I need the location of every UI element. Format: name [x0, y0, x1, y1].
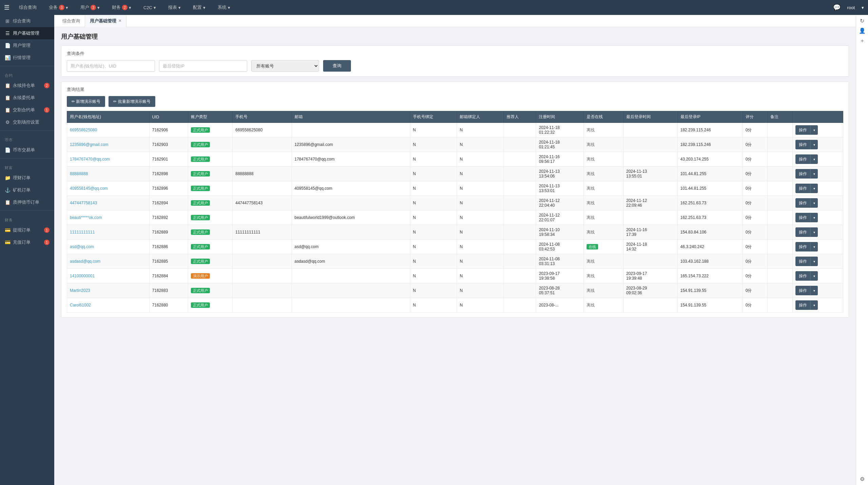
sidebar-item-交割场控设置[interactable]: ⚙ 交割场控设置: [0, 116, 54, 128]
username-link[interactable]: 14100000001: [70, 274, 95, 278]
col-header-uid: UID: [149, 111, 188, 123]
sidebar-item-label: 理财订单: [13, 175, 31, 181]
query-button[interactable]: 查询: [323, 60, 351, 72]
username-link[interactable]: beauti*****ok.com: [70, 215, 102, 220]
filter-label: 查询条件: [67, 51, 843, 57]
operate-button[interactable]: 操作: [795, 286, 810, 295]
operate-button[interactable]: 操作: [795, 140, 810, 149]
operate-dropdown-button[interactable]: ▾: [810, 286, 818, 295]
cell-referrer: [504, 254, 536, 269]
operate-dropdown-button[interactable]: ▾: [810, 227, 818, 237]
operate-button[interactable]: 操作: [795, 271, 810, 281]
nav-item-C2C[interactable]: C2C ▾: [141, 4, 159, 12]
operate-dropdown-button[interactable]: ▾: [810, 257, 818, 266]
username-link[interactable]: 11111111111: [70, 230, 95, 235]
nav-item-业务[interactable]: 业务 3 ▾: [46, 3, 71, 12]
cell-score: 0分: [743, 298, 768, 313]
batch-add-demo-account-button[interactable]: ✏ 批量新增演示账号: [108, 96, 155, 107]
account-type-select[interactable]: 所有账号 正式用户 演示用户: [251, 60, 319, 72]
sidebar-item-矿机订单[interactable]: ⚓ 矿机订单: [0, 184, 54, 196]
tab-综合查询[interactable]: 综合查询: [58, 15, 85, 27]
operate-dropdown-button[interactable]: ▾: [810, 125, 818, 135]
sidebar-item-理财订单[interactable]: 📁 理财订单: [0, 172, 54, 184]
operate-dropdown-button[interactable]: ▾: [810, 184, 818, 193]
sidebar-item-永续持仓单[interactable]: 📋 永续持仓单 2: [0, 79, 54, 92]
operate-button[interactable]: 操作: [795, 184, 810, 193]
operate-dropdown-button[interactable]: ▾: [810, 169, 818, 179]
cell-score: 0分: [743, 283, 768, 298]
nav-item-报表[interactable]: 报表 ▾: [165, 3, 183, 12]
plus-icon[interactable]: ＋: [860, 37, 865, 44]
account-type-badge: 正式用户: [191, 186, 210, 191]
close-tab-icon[interactable]: ✕: [118, 19, 121, 23]
operate-group: 操作 ▾: [795, 184, 840, 193]
cell-last-login-time: [623, 298, 677, 313]
operate-button[interactable]: 操作: [795, 198, 810, 208]
username-link[interactable]: 447447758143: [70, 201, 97, 205]
cell-email: [292, 196, 410, 210]
chevron-down-icon[interactable]: ▾: [862, 5, 864, 10]
user-avatar-icon[interactable]: 👤: [859, 27, 866, 34]
operate-group: 操作 ▾: [795, 213, 840, 222]
username-link[interactable]: 1235896@gmail.com: [70, 142, 108, 147]
operate-dropdown-button[interactable]: ▾: [810, 154, 818, 164]
sidebar-item-充值订单[interactable]: 💳 充值订单 1: [0, 236, 54, 248]
username-link[interactable]: 1784767470@qq.com: [70, 157, 110, 162]
sidebar-item-永续委托单[interactable]: 📋 永续委托单: [0, 92, 54, 104]
username-link[interactable]: 88888888: [70, 171, 88, 176]
tab-用户基础管理[interactable]: 用户基础管理 ✕: [85, 15, 126, 27]
refresh-icon[interactable]: ↻: [860, 18, 864, 24]
username-link[interactable]: 409558145@qq.com: [70, 186, 108, 191]
operate-button[interactable]: 操作: [795, 154, 810, 164]
sidebar-item-用户基础管理[interactable]: ☰ 用户基础管理: [0, 27, 54, 39]
operate-button[interactable]: 操作: [795, 227, 810, 237]
online-status-badge: 离线: [587, 215, 595, 220]
username-link[interactable]: asdasd@qq.com: [70, 259, 100, 264]
nav-item-综合查询[interactable]: 综合查询: [16, 3, 39, 12]
cell-actions: 操作 ▾: [792, 123, 843, 137]
operate-dropdown-button[interactable]: ▾: [810, 198, 818, 208]
settings-icon[interactable]: ⚙: [860, 476, 865, 482]
operate-dropdown-button[interactable]: ▾: [810, 242, 818, 251]
nav-label: 业务: [49, 4, 58, 11]
nav-item-系统[interactable]: 系统 ▾: [215, 3, 233, 12]
operate-dropdown-button[interactable]: ▾: [810, 213, 818, 222]
add-demo-account-button[interactable]: ✏ 新增演示账号: [67, 96, 105, 107]
operate-dropdown-button[interactable]: ▾: [810, 300, 818, 310]
action-row: ✏ 新增演示账号 ✏ 批量新增演示账号: [67, 96, 843, 107]
operate-dropdown-button[interactable]: ▾: [810, 271, 818, 281]
username-link[interactable]: Carol61002: [70, 303, 91, 307]
operate-button[interactable]: 操作: [795, 300, 810, 310]
username-link[interactable]: Martin2023: [70, 288, 90, 293]
nav-item-用户[interactable]: 用户 3 ▾: [78, 3, 102, 12]
sidebar-item-交割合约单[interactable]: 📋 交割合约单 1: [0, 104, 54, 116]
chat-icon[interactable]: 💬: [833, 4, 841, 11]
nav-item-财务[interactable]: 财务 2 ▾: [109, 3, 134, 12]
sidebar-item-行情管理[interactable]: 📊 行情管理: [0, 52, 54, 64]
ip-input[interactable]: [159, 60, 247, 72]
sidebar-item-质押借币订单[interactable]: 📋 质押借币订单: [0, 196, 54, 208]
sidebar-item-币市交易单[interactable]: 📄 币市交易单: [0, 144, 54, 156]
operate-button[interactable]: 操作: [795, 169, 810, 179]
cell-actions: 操作 ▾: [792, 225, 843, 240]
operate-button[interactable]: 操作: [795, 242, 810, 251]
operate-dropdown-button[interactable]: ▾: [810, 140, 818, 149]
nav-item-配置[interactable]: 配置 ▾: [190, 3, 208, 12]
cell-account-type: 正式用户: [188, 181, 233, 196]
sidebar-item-用户管理[interactable]: 📄 用户管理: [0, 39, 54, 52]
operate-button[interactable]: 操作: [795, 257, 810, 266]
search-input[interactable]: [67, 60, 155, 72]
cell-online-status: 离线: [584, 225, 624, 240]
sidebar-item-提现订单[interactable]: 💳 提现订单 1: [0, 224, 54, 236]
username-link[interactable]: 669558625080: [70, 128, 97, 132]
operate-button[interactable]: 操作: [795, 125, 810, 135]
hamburger-menu[interactable]: ☰: [4, 4, 9, 11]
sidebar-item-综合查询[interactable]: ⊞ 综合查询: [0, 15, 54, 27]
operate-group: 操作 ▾: [795, 125, 840, 135]
account-type-badge: 正式用户: [191, 288, 210, 293]
cell-actions: 操作 ▾: [792, 298, 843, 313]
username-link[interactable]: asd@qq.com: [70, 244, 94, 249]
operate-button[interactable]: 操作: [795, 213, 810, 222]
users-table: 用户名(钱包地址) UID 账户类型 手机号 邮箱 手机号绑定 邮箱绑定人 推荐…: [67, 111, 843, 313]
sidebar-section-财务: 财务: [0, 213, 54, 224]
